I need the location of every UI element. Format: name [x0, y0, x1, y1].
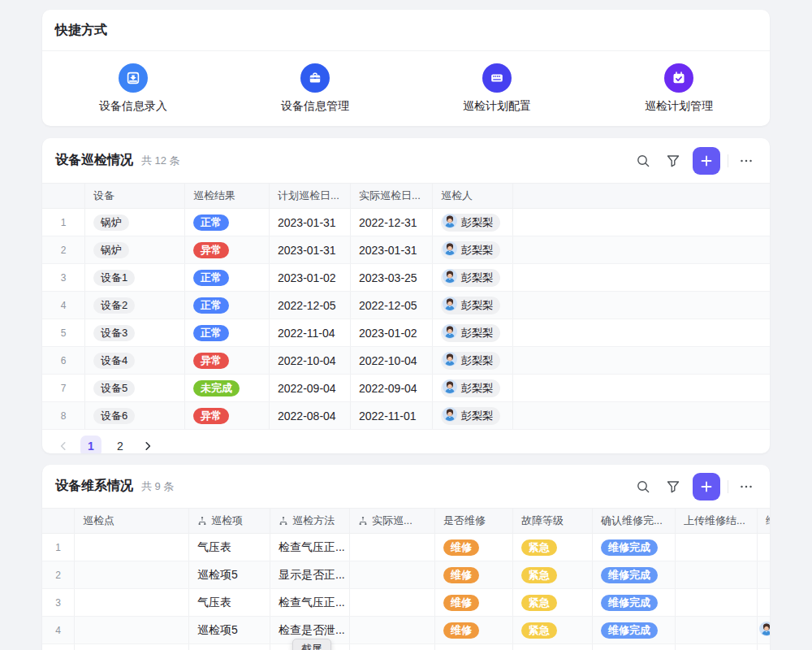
severity-cell[interactable]: 紧急 [513, 617, 593, 644]
confirm-badge[interactable]: 维修完成 [601, 540, 658, 556]
repair-cell[interactable]: 维修 [435, 617, 513, 644]
inspector-chip[interactable]: 彭梨梨 [441, 407, 500, 425]
maintainer-cell[interactable] [758, 617, 770, 644]
planned-date-cell[interactable]: 2022-11-04 [270, 319, 351, 346]
actual-date-cell[interactable]: 2022-10-04 [351, 347, 433, 374]
inspector-cell[interactable]: 彭梨梨 [433, 402, 513, 429]
device-cell[interactable]: 设备1 [85, 264, 185, 291]
upload-cell[interactable] [676, 589, 758, 616]
column-header[interactable]: 实际巡检日... [351, 184, 433, 208]
column-header[interactable]: 巡检方法 [270, 509, 350, 533]
filter-icon[interactable] [661, 474, 685, 499]
device-cell[interactable]: 设备4 [85, 347, 185, 374]
device-cell[interactable]: 设备3 [85, 319, 185, 346]
inspector-cell[interactable]: 彭梨梨 [433, 319, 513, 346]
upload-cell[interactable] [676, 534, 758, 561]
point-cell[interactable] [75, 534, 189, 561]
column-header[interactable]: 实际巡... [350, 509, 435, 533]
planned-date-cell[interactable]: 2023-01-02 [270, 264, 351, 291]
column-header[interactable]: 设备 [85, 184, 185, 208]
method-cell[interactable]: 显示是否正... [270, 561, 350, 588]
device-cell[interactable]: 锅炉 [85, 209, 185, 236]
actual-date-cell[interactable]: 2023-01-02 [351, 319, 433, 346]
actual-date-cell[interactable]: 2022-12-31 [351, 209, 433, 236]
result-cell[interactable]: 正常 [185, 264, 270, 291]
column-header[interactable]: 是否维修 [435, 509, 513, 533]
planned-date-cell[interactable]: 2023-01-31 [270, 209, 351, 236]
planned-date-cell[interactable]: 2022-08-04 [270, 402, 351, 429]
result-cell[interactable]: 异常 [185, 347, 270, 374]
inspector-chip[interactable]: 彭梨梨 [441, 297, 500, 314]
severity-cell[interactable]: 紧急 [513, 561, 593, 588]
result-cell[interactable]: 正常 [185, 292, 270, 318]
repair-badge[interactable]: 维修 [443, 567, 479, 583]
repair-badge[interactable]: 维修 [443, 540, 479, 556]
repair-cell[interactable]: 维修 [435, 644, 513, 650]
shortcut-item-2[interactable]: 设备信息管理 [224, 63, 406, 114]
confirm-badge[interactable]: 维修完成 [601, 622, 658, 639]
item-cell[interactable]: 巡检项5 [189, 644, 270, 650]
column-header[interactable]: 维... [758, 509, 770, 533]
result-badge[interactable]: 异常 [193, 242, 229, 258]
add-record-button[interactable] [693, 147, 720, 175]
device-cell[interactable]: 锅炉 [85, 236, 185, 263]
column-header[interactable]: 巡检人 [433, 184, 513, 208]
item-cell[interactable]: 巡检项5 [189, 561, 270, 588]
search-icon[interactable] [631, 149, 655, 173]
maintainer-cell[interactable] [758, 589, 770, 616]
inspector-chip[interactable]: 彭梨梨 [441, 269, 500, 287]
inspector-chip[interactable]: 彭梨梨 [441, 352, 500, 370]
confirm-cell[interactable]: 维修中 [593, 644, 676, 650]
page-button-1[interactable]: 1 [80, 436, 102, 453]
page-button-2[interactable]: 2 [110, 436, 131, 453]
severity-cell[interactable]: 重要 [513, 644, 593, 650]
point-cell[interactable] [75, 617, 189, 644]
prev-page-icon[interactable] [54, 437, 72, 453]
confirm-badge[interactable]: 维修完成 [601, 567, 658, 583]
repair-cell[interactable]: 维修 [435, 534, 513, 561]
planned-date-cell[interactable]: 2023-01-31 [270, 236, 351, 263]
confirm-cell[interactable]: 维修完成 [593, 617, 676, 644]
repair-cell[interactable]: 维修 [435, 589, 513, 616]
column-header[interactable]: 故障等级 [513, 509, 593, 533]
point-cell[interactable] [75, 589, 189, 616]
actual-cell[interactable] [350, 644, 435, 650]
result-badge[interactable]: 未完成 [193, 380, 240, 396]
inspector-chip[interactable]: 彭梨梨 [441, 214, 500, 232]
upload-cell[interactable] [676, 561, 758, 588]
actual-date-cell[interactable]: 2022-12-05 [351, 292, 433, 318]
result-badge[interactable]: 异常 [193, 353, 229, 369]
column-header[interactable]: 巡检点 [75, 509, 189, 533]
inspector-cell[interactable]: 彭梨梨 [433, 375, 513, 401]
repair-cell[interactable]: 维修 [435, 561, 513, 588]
column-header[interactable]: 巡检结果 [185, 184, 270, 208]
device-cell[interactable]: 设备5 [85, 375, 185, 401]
actual-date-cell[interactable]: 2023-01-31 [351, 236, 433, 263]
maintainer-cell[interactable] [758, 534, 770, 561]
severity-badge[interactable]: 紧急 [521, 540, 557, 556]
point-cell[interactable] [75, 644, 189, 650]
confirm-badge[interactable]: 维修完成 [601, 595, 658, 611]
search-icon[interactable] [631, 474, 655, 499]
inspector-cell[interactable]: 彭梨梨 [433, 209, 513, 236]
result-badge[interactable]: 正常 [193, 214, 229, 231]
inspector-chip[interactable]: 彭梨梨 [441, 324, 500, 342]
severity-cell[interactable]: 紧急 [513, 589, 593, 616]
result-badge[interactable]: 正常 [193, 297, 229, 314]
upload-cell[interactable] [676, 644, 758, 650]
actual-cell[interactable] [350, 589, 435, 616]
actual-cell[interactable] [350, 534, 435, 561]
method-cell[interactable]: 检查气压正... [270, 534, 350, 561]
result-cell[interactable]: 正常 [185, 209, 270, 236]
point-cell[interactable] [75, 561, 189, 588]
item-cell[interactable]: 气压表 [189, 534, 270, 561]
result-cell[interactable]: 未完成 [185, 375, 270, 401]
filter-icon[interactable] [661, 149, 685, 173]
column-header[interactable]: 计划巡检日... [270, 184, 351, 208]
repair-badge[interactable]: 维修 [443, 622, 479, 639]
actual-cell[interactable] [350, 617, 435, 644]
device-cell[interactable]: 设备6 [85, 402, 185, 429]
item-cell[interactable]: 巡检项5 [189, 617, 270, 644]
column-header[interactable]: 上传维修结... [676, 509, 758, 533]
more-icon[interactable] [734, 474, 758, 499]
